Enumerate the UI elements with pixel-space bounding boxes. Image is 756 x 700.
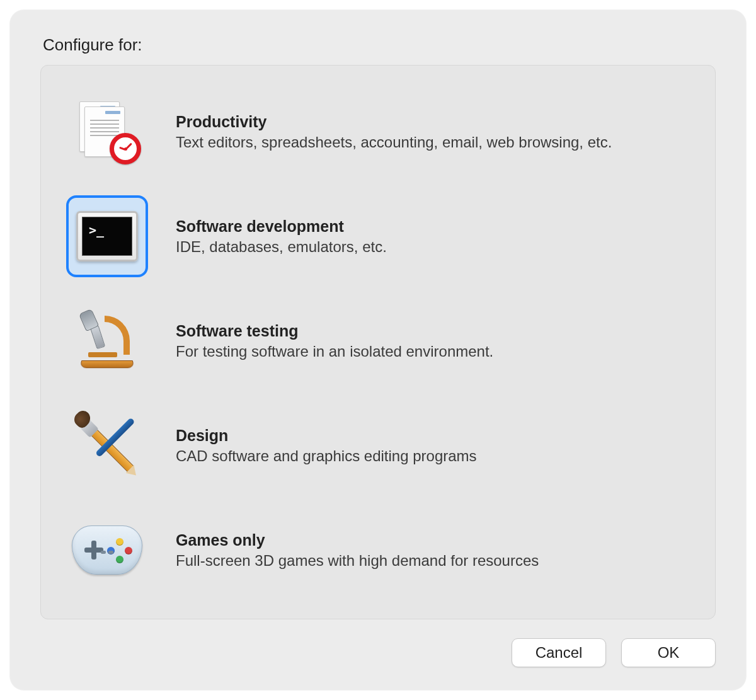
dialog-heading: Configure for: (40, 35, 716, 55)
brush-pencil-icon (66, 405, 148, 486)
option-title: Design (176, 427, 477, 445)
option-desc: IDE, databases, emulators, etc. (176, 238, 387, 256)
option-desc: For testing software in an isolated envi… (176, 343, 493, 360)
option-title: Productivity (176, 113, 612, 131)
option-design[interactable]: Design CAD software and graphics editing… (64, 405, 692, 486)
microscope-icon (66, 300, 148, 382)
productivity-icon (66, 91, 148, 173)
ok-button[interactable]: OK (621, 638, 716, 667)
option-desc: CAD software and graphics editing progra… (176, 447, 477, 465)
option-title: Software testing (176, 322, 493, 340)
option-productivity[interactable]: Productivity Text editors, spreadsheets,… (64, 91, 692, 173)
cancel-button[interactable]: Cancel (512, 638, 606, 667)
options-panel: Productivity Text editors, spreadsheets,… (40, 65, 716, 619)
option-title: Games only (176, 531, 539, 549)
option-software-testing[interactable]: Software testing For testing software in… (64, 300, 692, 382)
dialog-footer: Cancel OK (40, 638, 716, 667)
option-desc: Full-screen 3D games with high demand fo… (176, 552, 539, 570)
configure-dialog: Configure for: (10, 10, 746, 690)
option-games-only[interactable]: Games only Full-screen 3D games with hig… (64, 509, 692, 591)
option-desc: Text editors, spreadsheets, accounting, … (176, 134, 612, 151)
option-software-development[interactable]: >_ Software development IDE, databases, … (64, 195, 692, 277)
option-title: Software development (176, 217, 387, 236)
terminal-icon: >_ (66, 195, 148, 277)
game-controller-icon (66, 509, 148, 591)
